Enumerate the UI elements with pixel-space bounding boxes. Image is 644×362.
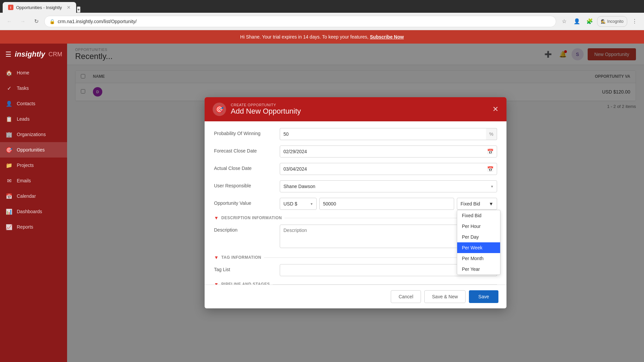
modal-title: Add New Opportunity xyxy=(231,107,488,116)
tasks-icon: ✓ xyxy=(5,84,13,92)
save-new-button[interactable]: Save & New xyxy=(424,290,466,303)
tag-row: Tag List xyxy=(214,264,497,276)
probability-label: Probability Of Winning xyxy=(214,128,274,136)
actual-close-control: 📅 xyxy=(280,163,497,175)
actual-close-input[interactable] xyxy=(280,163,497,175)
address-text: crm.na1.insightly.com/list/Opportunity/ xyxy=(58,19,551,24)
sidebar-item-organizations[interactable]: 🏢 Organizations xyxy=(0,127,67,142)
sidebar-item-calendar[interactable]: 📅 Calendar xyxy=(0,188,67,204)
tab-favicon: i xyxy=(8,5,13,10)
trial-banner: Hi Shane. Your trial expires in 14 days.… xyxy=(0,30,644,44)
probability-input[interactable] xyxy=(280,128,486,140)
calendar-icon-actual[interactable]: 📅 xyxy=(487,166,494,172)
profile-icon[interactable]: 👤 xyxy=(572,16,582,27)
menu-icon[interactable]: ⋮ xyxy=(629,16,640,27)
sidebar-item-emails-label: Emails xyxy=(17,178,31,183)
pipeline-section-header: ▼ PIPELINE AND STAGES xyxy=(214,282,497,285)
trial-text: Hi Shane. Your trial expires in 14 days.… xyxy=(240,34,369,40)
sidebar-item-reports[interactable]: 📈 Reports xyxy=(0,219,67,235)
calendar-icon-forecast[interactable]: 📅 xyxy=(487,148,494,155)
opportunities-icon: 🎯 xyxy=(5,146,13,154)
sidebar-item-opportunities[interactable]: 🎯 Opportunities xyxy=(0,142,67,158)
calendar-icon: 📅 xyxy=(5,192,13,200)
active-tab[interactable]: i Opportunities - Insightly ✕ xyxy=(3,2,76,13)
sidebar-item-calendar-label: Calendar xyxy=(17,193,36,199)
sidebar: ☰ insightly CRM 🏠 Home ✓ Tasks 👤 Contact… xyxy=(0,44,67,362)
sidebar-item-leads[interactable]: 📋 Leads xyxy=(0,111,67,127)
forecast-close-input[interactable] xyxy=(280,145,497,158)
sidebar-item-projects[interactable]: 📁 Projects xyxy=(0,158,67,173)
modal: 🎯 CREATE OPPORTUNITY Add New Opportunity… xyxy=(205,97,506,308)
currency-select[interactable]: USD $ xyxy=(280,198,317,210)
toolbar-actions: ☆ 👤 🧩 🕵 Incognito ⋮ xyxy=(559,16,640,27)
forecast-close-input-wrapper: 📅 xyxy=(280,145,497,158)
back-button[interactable]: ← xyxy=(4,16,15,27)
logo: insightly xyxy=(15,50,45,59)
extensions-icon[interactable]: 🧩 xyxy=(584,16,595,27)
actual-close-input-wrapper: 📅 xyxy=(280,163,497,175)
amount-input[interactable] xyxy=(319,198,454,210)
sidebar-item-opportunities-label: Opportunities xyxy=(17,147,45,153)
bid-type-button[interactable]: Fixed Bid ▼ xyxy=(457,198,497,210)
browser-tabs: i Opportunities - Insightly ✕ + xyxy=(0,0,644,13)
modal-close-button[interactable]: ✕ xyxy=(492,105,498,114)
percent-badge: % xyxy=(486,128,497,140)
tab-label: Opportunities - Insightly xyxy=(16,5,62,10)
actual-close-label: Actual Close Date xyxy=(214,163,274,171)
user-responsible-label: User Responsible xyxy=(214,180,274,188)
tag-label: Tag List xyxy=(214,264,274,272)
modal-overlay: 🎯 CREATE OPPORTUNITY Add New Opportunity… xyxy=(67,44,644,362)
dropdown-item-per-year[interactable]: Per Year xyxy=(457,264,500,275)
user-responsible-control: Shane Dawson xyxy=(280,180,497,192)
description-chevron-icon[interactable]: ▼ xyxy=(214,215,219,221)
sidebar-item-tasks[interactable]: ✓ Tasks xyxy=(0,80,67,96)
dropdown-item-per-month[interactable]: Per Month xyxy=(457,253,500,264)
opportunity-value-control: USD $ Fixed Bid ▼ xyxy=(280,198,497,210)
opportunity-value-inputs: USD $ Fixed Bid ▼ xyxy=(280,198,497,210)
modal-footer: Cancel Save & New Save xyxy=(205,285,506,308)
save-button[interactable]: Save xyxy=(469,290,498,303)
opportunity-value-label: Opportunity Value xyxy=(214,198,274,206)
tag-section-label: TAG INFORMATION xyxy=(221,255,261,260)
description-label: Description xyxy=(214,225,274,233)
modal-subtitle: CREATE OPPORTUNITY xyxy=(231,103,488,107)
sidebar-item-dashboards[interactable]: 📊 Dashboards xyxy=(0,204,67,219)
forward-button[interactable]: → xyxy=(17,16,28,27)
new-tab-button[interactable]: + xyxy=(77,6,81,13)
probability-row: Probability Of Winning % xyxy=(214,128,497,140)
sidebar-item-home-label: Home xyxy=(17,70,29,75)
nav-items: 🏠 Home ✓ Tasks 👤 Contacts 📋 Leads 🏢 Orga… xyxy=(0,65,67,362)
crm-label: CRM xyxy=(48,51,62,58)
tab-close-icon[interactable]: ✕ xyxy=(67,5,71,10)
sidebar-item-dashboards-label: Dashboards xyxy=(17,209,42,214)
subscribe-link[interactable]: Subscribe Now xyxy=(370,34,404,40)
tag-chevron-icon[interactable]: ▼ xyxy=(214,255,219,260)
hamburger-icon[interactable]: ☰ xyxy=(5,50,11,58)
emails-icon: ✉ xyxy=(5,177,13,184)
bookmark-icon[interactable]: ☆ xyxy=(559,16,570,27)
user-responsible-select-wrapper: Shane Dawson xyxy=(280,180,497,192)
forecast-close-label: Forecast Close Date xyxy=(214,145,274,154)
refresh-button[interactable]: ↻ xyxy=(31,16,42,27)
dropdown-item-fixed-bid[interactable]: Fixed Bid xyxy=(457,210,500,221)
modal-header-icon: 🎯 xyxy=(213,103,226,116)
sidebar-item-tasks-label: Tasks xyxy=(17,85,29,91)
leads-icon: 📋 xyxy=(5,115,13,123)
description-section-header: ▼ DESCRIPTION INFORMATION xyxy=(214,215,497,221)
user-responsible-select[interactable]: Shane Dawson xyxy=(280,180,497,192)
dropdown-item-per-week[interactable]: Per Week xyxy=(457,242,500,253)
pipeline-chevron-icon[interactable]: ▼ xyxy=(214,282,219,285)
modal-header: 🎯 CREATE OPPORTUNITY Add New Opportunity… xyxy=(205,97,506,121)
cancel-button[interactable]: Cancel xyxy=(391,290,421,303)
sidebar-item-emails[interactable]: ✉ Emails xyxy=(0,173,67,188)
dropdown-item-per-hour[interactable]: Per Hour xyxy=(457,221,500,232)
sidebar-item-home[interactable]: 🏠 Home xyxy=(0,65,67,80)
organizations-icon: 🏢 xyxy=(5,131,13,138)
lock-icon: 🔒 xyxy=(49,19,55,24)
probability-control: % xyxy=(280,128,497,140)
bid-type-value: Fixed Bid xyxy=(461,201,480,206)
address-bar[interactable]: 🔒 crm.na1.insightly.com/list/Opportunity… xyxy=(44,16,556,27)
main-content: OPPORTUNITIES Recently... ➕ 🔔 S New Oppo… xyxy=(67,44,644,362)
sidebar-item-contacts[interactable]: 👤 Contacts xyxy=(0,96,67,111)
dropdown-item-per-day[interactable]: Per Day xyxy=(457,232,500,242)
